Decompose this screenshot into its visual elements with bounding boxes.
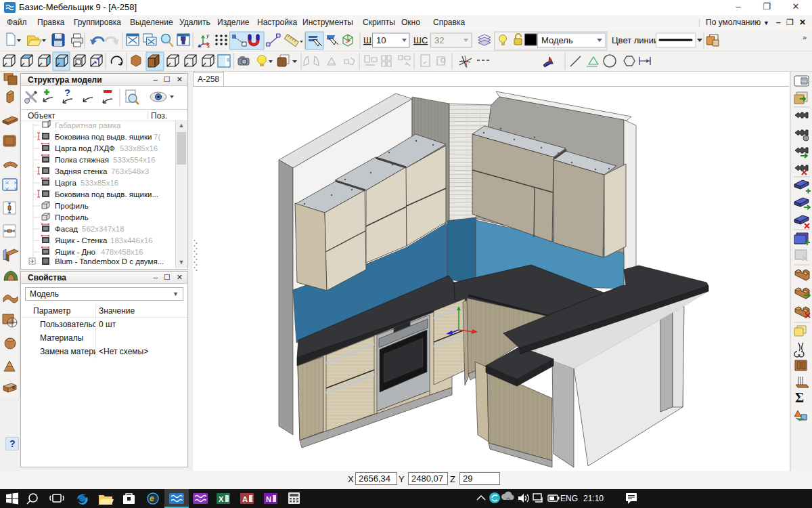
svg-text:Профиль: Профиль (55, 202, 89, 210)
svg-text:Ш: Ш (363, 35, 371, 45)
svg-text:»: » (803, 33, 807, 41)
svg-text:Blum - Tandembox D с двумя...: Blum - Tandembox D с двумя... (55, 257, 164, 266)
svg-text:Ящик - Стенка: Ящик - Стенка (55, 236, 108, 245)
svg-text:ENG: ENG (560, 494, 578, 503)
svg-text:533х85х16: 533х85х16 (120, 144, 158, 152)
svg-text:x: x (206, 43, 210, 49)
svg-text:Модель: Модель (541, 35, 573, 45)
svg-text:ШС: ШС (413, 35, 428, 45)
svg-text:183х446х16: 183х446х16 (110, 236, 153, 245)
svg-text:562х347х18: 562х347х18 (82, 225, 125, 233)
svg-text:Боковина под выдв. ящики...: Боковина под выдв. ящики... (55, 190, 158, 198)
svg-text:32: 32 (434, 35, 444, 45)
svg-text:Царга: Царга (55, 179, 76, 187)
svg-text:Царга под ЛХДФ: Царга под ЛХДФ (55, 144, 115, 152)
svg-text:Габаритная рамка: Габаритная рамка (55, 121, 121, 129)
svg-text:e: e (150, 494, 154, 503)
svg-text:Полка стяжная: Полка стяжная (55, 156, 109, 164)
svg-text:Задняя стенка: Задняя стенка (55, 167, 108, 175)
svg-text:X: X (219, 495, 224, 503)
svg-text:7(: 7( (154, 133, 160, 141)
svg-text:?: ? (64, 87, 70, 98)
svg-text:21:10: 21:10 (583, 494, 604, 503)
svg-text:763х548х3: 763х548х3 (111, 167, 149, 175)
svg-text:Фасад: Фасад (55, 225, 78, 233)
svg-text:y: y (206, 33, 210, 39)
svg-text:?: ? (9, 438, 16, 449)
svg-text:A: A (242, 495, 248, 503)
svg-text:Профиль: Профиль (55, 213, 89, 221)
svg-text:N: N (266, 495, 271, 503)
svg-text:533х554х16: 533х554х16 (113, 156, 156, 164)
svg-text:Ящик - Дно: Ящик - Дно (55, 248, 95, 256)
svg-text:Боковина под выдв. ящики: Боковина под выдв. ящики (55, 133, 152, 141)
svg-text:Σ: Σ (795, 390, 804, 405)
svg-text:533х85х16: 533х85х16 (81, 179, 118, 187)
svg-text:478х458х16: 478х458х16 (101, 248, 143, 256)
svg-text:Цвет линии: Цвет линии (612, 35, 658, 45)
svg-text:10: 10 (376, 35, 386, 45)
